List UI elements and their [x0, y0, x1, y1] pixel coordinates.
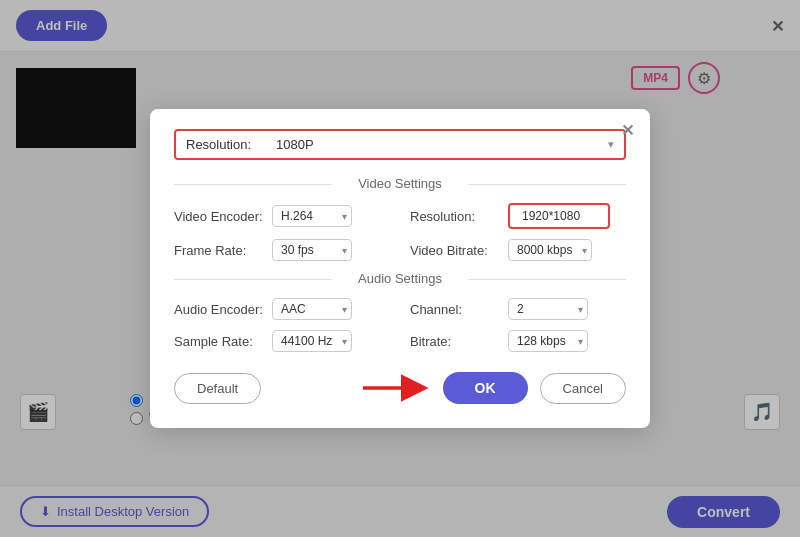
channel-label: Channel:	[410, 302, 500, 317]
video-bitrate-select[interactable]: 8000 kbps 6000 kbps	[508, 239, 592, 261]
audio-bitrate-select[interactable]: 128 kbps 192 kbps	[508, 330, 588, 352]
dialog-close-icon[interactable]: ✕	[621, 121, 634, 140]
channel-row: Channel: 2 1	[410, 298, 626, 320]
framerate-select[interactable]: 30 fps 25 fps 24 fps	[272, 239, 352, 261]
dialog-overlay: ✕ Resolution: 1080P 720P 480P 360P ▾ Vid…	[0, 0, 800, 537]
settings-dialog: ✕ Resolution: 1080P 720P 480P 360P ▾ Vid…	[150, 109, 650, 428]
resolution-top-row: Resolution: 1080P 720P 480P 360P ▾	[174, 129, 626, 160]
resolution-select[interactable]: 1920*1080 1280*720 854*480	[514, 206, 604, 226]
resolution-highlight-box: 1920*1080 1280*720 854*480	[508, 203, 610, 229]
framerate-label: Frame Rate:	[174, 243, 264, 258]
samplerate-label: Sample Rate:	[174, 334, 264, 349]
audio-encoder-wrapper: AAC MP3	[272, 298, 352, 320]
video-settings-header: Video Settings	[174, 176, 626, 191]
audio-bitrate-row: Bitrate: 128 kbps 192 kbps	[410, 330, 626, 352]
audio-encoder-row: Audio Encoder: AAC MP3	[174, 298, 390, 320]
cancel-button[interactable]: Cancel	[540, 373, 626, 404]
ok-cancel-area: OK Cancel	[443, 372, 626, 404]
samplerate-row: Sample Rate: 44100 Hz 22050 Hz	[174, 330, 390, 352]
video-encoder-label: Video Encoder:	[174, 209, 264, 224]
video-bitrate-label: Video Bitrate:	[410, 243, 500, 258]
red-arrow-icon	[363, 374, 433, 402]
dialog-buttons-row: Default OK Cancel	[174, 372, 626, 404]
ok-button[interactable]: OK	[443, 372, 528, 404]
samplerate-wrapper: 44100 Hz 22050 Hz	[272, 330, 352, 352]
video-bitrate-row: Video Bitrate: 8000 kbps 6000 kbps	[410, 239, 626, 261]
resolution-label: Resolution:	[410, 209, 500, 224]
audio-encoder-select[interactable]: AAC MP3	[272, 298, 352, 320]
video-encoder-row: Video Encoder: H.264 H.265	[174, 203, 390, 229]
framerate-wrapper: 30 fps 25 fps 24 fps	[272, 239, 352, 261]
samplerate-select[interactable]: 44100 Hz 22050 Hz	[272, 330, 352, 352]
resolution-top-arrow-icon: ▾	[608, 138, 614, 151]
video-settings-grid: Video Encoder: H.264 H.265 Resolution: 1…	[174, 203, 626, 261]
audio-bitrate-wrapper: 128 kbps 192 kbps	[508, 330, 588, 352]
video-bitrate-wrapper: 8000 kbps 6000 kbps	[508, 239, 592, 261]
video-encoder-wrapper: H.264 H.265	[272, 205, 352, 227]
resolution-row: Resolution: 1920*1080 1280*720 854*480	[410, 203, 626, 229]
resolution-top-label: Resolution:	[186, 137, 276, 152]
audio-settings-grid: Audio Encoder: AAC MP3 Channel: 2 1	[174, 298, 626, 352]
audio-settings-header: Audio Settings	[174, 271, 626, 286]
default-button[interactable]: Default	[174, 373, 261, 404]
channel-wrapper: 2 1	[508, 298, 588, 320]
audio-encoder-label: Audio Encoder:	[174, 302, 264, 317]
audio-bitrate-label: Bitrate:	[410, 334, 500, 349]
resolution-top-select[interactable]: 1080P 720P 480P 360P	[276, 137, 608, 152]
video-encoder-select[interactable]: H.264 H.265	[272, 205, 352, 227]
framerate-row: Frame Rate: 30 fps 25 fps 24 fps	[174, 239, 390, 261]
channel-select[interactable]: 2 1	[508, 298, 588, 320]
